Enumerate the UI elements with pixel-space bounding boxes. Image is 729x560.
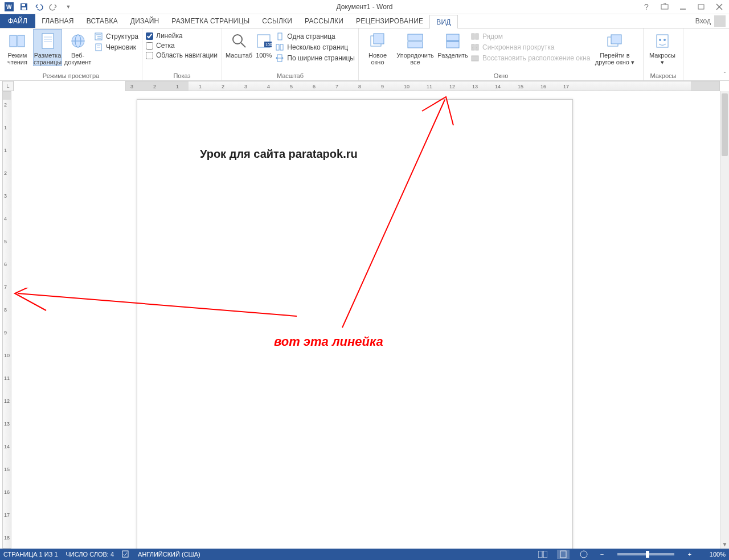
macros-button[interactable]: Макросы▾ [647, 30, 678, 66]
annotation-text: вот эта линейка [274, 334, 383, 349]
tab-insert[interactable]: ВСТАВКА [80, 14, 124, 28]
svg-rect-11 [18, 35, 24, 47]
svg-rect-36 [374, 34, 384, 44]
svg-rect-33 [280, 44, 283, 50]
svg-rect-47 [611, 35, 621, 44]
svg-rect-31 [278, 33, 282, 40]
label: Сетка [156, 42, 175, 50]
draft-button[interactable]: Черновик [94, 43, 138, 52]
zoom-button[interactable]: Масштаб [226, 30, 252, 59]
arrange-all-button[interactable]: Упорядочить все [395, 30, 435, 66]
status-bar: СТРАНИЦА 1 ИЗ 1 ЧИСЛО СЛОВ: 4 АНГЛИЙСКИЙ… [0, 549, 729, 560]
redo-icon[interactable] [47, 1, 60, 13]
tab-file[interactable]: ФАЙЛ [0, 14, 35, 28]
zoom-slider[interactable] [617, 553, 674, 555]
view-read-mode-icon[interactable] [536, 550, 549, 559]
label: По ширине страницы [287, 54, 355, 62]
ribbon-display-options-icon[interactable] [657, 1, 672, 13]
status-language[interactable]: АНГЛИЙСКИЙ (США) [138, 551, 200, 558]
ruler-corner-icon[interactable]: L [2, 81, 14, 91]
svg-line-27 [241, 43, 245, 47]
switch-windows-button[interactable]: Перейти в другое окно ▾ [592, 30, 637, 66]
svg-rect-41 [472, 34, 474, 39]
svg-text:W: W [6, 4, 12, 10]
scrollbar-thumb[interactable] [722, 93, 728, 156]
svg-rect-4 [22, 7, 26, 10]
label: Разделить [437, 52, 468, 59]
new-window-button[interactable]: Новое окно [362, 30, 393, 66]
page-width-button[interactable]: По ширине страницы [275, 54, 355, 63]
svg-point-26 [233, 35, 242, 44]
undo-icon[interactable] [32, 1, 46, 13]
tab-review[interactable]: РЕЦЕНЗИРОВАНИЕ [350, 14, 429, 28]
label: Черновик [106, 43, 136, 51]
zoom-100-button[interactable]: 100 100% [255, 30, 273, 59]
label: Восстановить расположение окна [482, 54, 590, 62]
help-icon[interactable]: ? [639, 1, 654, 13]
status-page[interactable]: СТРАНИЦА 1 ИЗ 1 [3, 551, 58, 558]
maximize-icon[interactable] [694, 1, 708, 13]
view-web-layout-icon[interactable] [578, 550, 590, 559]
svg-line-51 [18, 293, 297, 316]
vertical-scrollbar[interactable]: ▲ ▼ [720, 91, 729, 549]
status-proofing-icon[interactable] [122, 550, 130, 559]
label: Рядом [482, 32, 503, 40]
document-page[interactable]: Урок для сайта paratapok.ru вот эта лине… [137, 99, 573, 549]
minimize-icon[interactable] [675, 1, 690, 13]
svg-rect-5 [661, 5, 668, 9]
print-layout-button[interactable]: Разметка страницы [34, 30, 62, 66]
label: Линейка [156, 32, 183, 40]
word-app-icon: W [2, 1, 16, 13]
tab-page-layout[interactable]: РАЗМЕТКА СТРАНИЦЫ [165, 14, 256, 28]
status-word-count[interactable]: ЧИСЛО СЛОВ: 4 [66, 551, 114, 558]
label: Одна страница [287, 32, 335, 40]
group-label-zoom: Масштаб [226, 72, 355, 80]
split-button[interactable]: Разделить [437, 30, 468, 59]
group-label-views: Режимы просмотра [3, 72, 138, 80]
sign-in-link[interactable]: Вход [695, 17, 711, 25]
gridlines-checkbox[interactable]: Сетка [146, 42, 218, 50]
qat-customize-icon[interactable]: ▼ [62, 1, 75, 13]
label: Упорядочить все [395, 52, 435, 66]
svg-text:100: 100 [265, 43, 272, 47]
svg-line-52 [342, 100, 445, 328]
label: Макросы▾ [649, 52, 675, 66]
ribbon-tabs: ФАЙЛ ГЛАВНАЯ ВСТАВКА ДИЗАЙН РАЗМЕТКА СТР… [0, 14, 729, 28]
outline-button[interactable]: Структура [94, 32, 138, 41]
svg-rect-12 [42, 34, 54, 48]
svg-rect-10 [10, 35, 17, 47]
svg-point-57 [580, 551, 587, 558]
horizontal-ruler[interactable]: 3211234567891011121314151617 [125, 81, 720, 91]
tab-home[interactable]: ГЛАВНАЯ [35, 14, 80, 28]
zoom-level[interactable]: 100% [702, 551, 726, 558]
scroll-down-icon[interactable]: ▼ [720, 539, 729, 549]
save-icon[interactable] [17, 1, 31, 13]
navigation-pane-checkbox[interactable]: Область навигации [146, 51, 218, 59]
vertical-ruler[interactable]: 21123456789101112131415161718 [2, 91, 11, 549]
user-avatar-icon[interactable] [714, 15, 726, 27]
view-print-layout-icon[interactable] [557, 550, 570, 559]
close-icon[interactable] [712, 1, 727, 13]
ruler-checkbox[interactable]: Линейка [146, 32, 218, 40]
zoom-in-button[interactable]: + [686, 551, 694, 558]
one-page-button[interactable]: Одна страница [275, 32, 355, 41]
zoom-out-button[interactable]: − [598, 551, 606, 558]
tab-mailings[interactable]: РАССЫЛКИ [298, 14, 350, 28]
svg-rect-55 [543, 551, 547, 558]
view-side-by-side-button: Рядом [470, 32, 590, 41]
label: Режим чтения [3, 52, 31, 66]
multi-page-button[interactable]: Несколько страниц [275, 43, 355, 52]
label: Новое окно [362, 52, 393, 66]
collapse-ribbon-icon[interactable]: ˆ [724, 72, 726, 78]
group-label-show: Показ [146, 72, 218, 80]
tab-references[interactable]: ССЫЛКИ [256, 14, 298, 28]
ribbon: Режим чтения Разметка страницы Веб-докум… [0, 28, 729, 81]
web-layout-button[interactable]: Веб-документ [64, 30, 92, 66]
group-label-macros: Макросы [647, 72, 679, 80]
svg-rect-56 [560, 551, 566, 558]
tab-view[interactable]: ВИД [429, 15, 457, 29]
label: Перейти в другое окно ▾ [592, 52, 637, 66]
read-mode-button[interactable]: Режим чтения [3, 30, 31, 66]
svg-rect-53 [122, 551, 128, 557]
tab-design[interactable]: ДИЗАЙН [124, 14, 166, 28]
